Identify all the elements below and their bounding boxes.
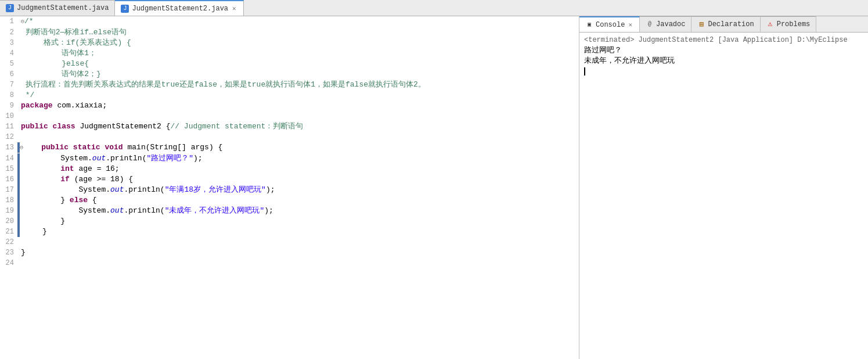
tab-javadoc[interactable]: @ Javadoc <box>640 16 691 32</box>
tab-icon-j1: J <box>6 4 14 12</box>
fold-13[interactable]: ⊖ <box>20 145 23 151</box>
tab-declaration[interactable]: ▤ Declaration <box>691 16 760 32</box>
problems-icon: ⚠ <box>766 20 775 28</box>
code-line-8: 8 */ <box>0 90 579 100</box>
editor-scroll[interactable]: 1 ⊖/* 2 判断语句2—标准if…else语句 3 格式：if(关系表达式)… <box>0 16 579 359</box>
cursor <box>584 67 585 76</box>
code-line-24: 24 <box>0 258 579 359</box>
code-line-18: 18 } else { <box>0 195 579 206</box>
code-line-7: 7 执行流程：首先判断关系表达式的结果是true还是false，如果是true就… <box>0 80 579 90</box>
code-line-9: 9 package com.xiaxia; <box>0 100 579 111</box>
fold-1[interactable]: ⊖ <box>21 19 24 25</box>
code-line-17: 17 System.out.println("年满18岁，允许进入网吧玩"); <box>0 185 579 195</box>
tab-console-label: Console <box>596 21 625 29</box>
javadoc-icon: @ <box>646 20 654 28</box>
code-line-11: 11 public class JudgmentStatement2 {// J… <box>0 121 579 132</box>
tab-close-j2[interactable]: ✕ <box>231 5 237 12</box>
code-line-3: 3 格式：if(关系表达式) { <box>0 38 579 48</box>
code-line-5: 5 }else{ <box>0 59 579 69</box>
tab-javadoc-label: Javadoc <box>656 20 685 28</box>
tab-console[interactable]: ▣ Console ✕ <box>579 16 640 32</box>
main-area: 1 ⊖/* 2 判断语句2—标准if…else语句 3 格式：if(关系表达式)… <box>0 16 868 359</box>
tab-problems[interactable]: ⚠ Problems <box>761 16 817 32</box>
tab-judgment2[interactable]: J JudgmentStatement2.java ✕ <box>115 0 243 16</box>
code-line-6: 6 语句体2；} <box>0 69 579 80</box>
code-line-2: 2 判断语句2—标准if…else语句 <box>0 27 579 38</box>
code-line-12: 12 <box>0 132 579 142</box>
code-line-21: 21 } <box>0 227 579 237</box>
tab-problems-label: Problems <box>777 20 811 28</box>
console-output-line1: 路过网吧？ <box>584 45 863 56</box>
code-line-16: 16 if (age >= 18) { <box>0 174 579 185</box>
tab-declaration-label: Declaration <box>708 20 754 28</box>
console-terminated-line: <terminated> JudgmentStatement2 [Java Ap… <box>584 35 863 45</box>
right-tab-bar: ▣ Console ✕ @ Javadoc ▤ Declaration ⚠ Pr… <box>579 16 868 33</box>
console-icon: ▣ <box>585 21 593 29</box>
console-output: <terminated> JudgmentStatement2 [Java Ap… <box>579 33 868 359</box>
tab-label-j1: JudgmentStatement.java <box>17 4 109 12</box>
tab-judgment1[interactable]: J JudgmentStatement.java <box>0 0 115 16</box>
code-line-1: 1 ⊖/* <box>0 16 579 27</box>
tab-console-close[interactable]: ✕ <box>627 21 633 28</box>
code-line-22: 22 <box>0 237 579 247</box>
code-line-4: 4 语句体1； <box>0 48 579 59</box>
tab-icon-j2: J <box>121 5 129 13</box>
right-panel: ▣ Console ✕ @ Javadoc ▤ Declaration ⚠ Pr… <box>579 16 868 359</box>
code-line-13: 13 ⊖ public static void main(String[] ar… <box>0 142 579 153</box>
code-line-15: 15 int age = 16; <box>0 164 579 174</box>
code-line-20: 20 } <box>0 216 579 227</box>
editor-panel: 1 ⊖/* 2 判断语句2—标准if…else语句 3 格式：if(关系表达式)… <box>0 16 579 359</box>
tab-label-j2: JudgmentStatement2.java <box>132 5 228 13</box>
declaration-icon: ▤ <box>697 20 705 28</box>
console-output-line2: 未成年，不允许进入网吧玩 <box>584 56 863 66</box>
code-line-19: 19 System.out.println("未成年，不允许进入网吧玩"); <box>0 206 579 216</box>
code-line-23: 23 } <box>0 247 579 258</box>
code-line-14: 14 System.out.println("路过网吧？"); <box>0 153 579 164</box>
editor-tab-bar: J JudgmentStatement.java J JudgmentState… <box>0 0 868 16</box>
code-line-10: 10 <box>0 111 579 121</box>
console-cursor-line <box>584 66 863 77</box>
